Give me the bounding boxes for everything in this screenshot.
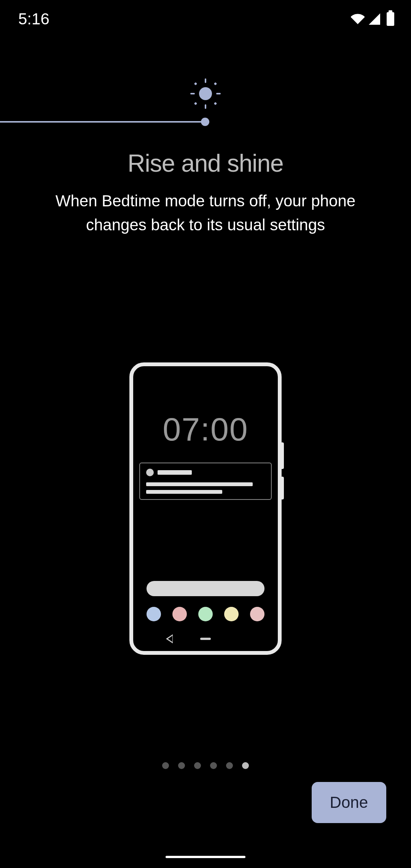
phone-illustration-container: 07:00 xyxy=(0,362,411,655)
illustration-notification xyxy=(139,463,272,500)
page-title: Rise and shine xyxy=(0,149,411,177)
wifi-icon xyxy=(351,12,365,26)
page-dot[interactable] xyxy=(178,762,185,769)
illustration-app-row xyxy=(138,607,273,621)
illustration-back-icon xyxy=(166,634,173,643)
page-dot-active[interactable] xyxy=(242,762,249,769)
illustration-app xyxy=(250,607,264,621)
page-dot[interactable] xyxy=(162,762,169,769)
illustration-home-icon xyxy=(200,638,211,640)
status-time: 5:16 xyxy=(18,10,49,28)
sun-icon-container xyxy=(0,78,411,109)
illustration-app xyxy=(147,607,161,621)
status-bar: 5:16 xyxy=(0,0,411,29)
page-description: When Bedtime mode turns off, your phone … xyxy=(0,189,411,237)
illustration-app xyxy=(198,607,213,621)
phone-illustration: 07:00 xyxy=(129,362,282,655)
horizon-progress xyxy=(0,121,206,123)
page-dot[interactable] xyxy=(210,762,217,769)
page-dot[interactable] xyxy=(194,762,201,769)
illustration-search-bar xyxy=(147,581,264,596)
status-icons xyxy=(351,12,394,26)
illustration-app xyxy=(224,607,239,621)
page-dot[interactable] xyxy=(226,762,233,769)
horizon-thumb xyxy=(201,118,209,126)
battery-icon xyxy=(387,12,394,26)
sun-icon xyxy=(190,78,221,109)
signal-icon xyxy=(368,12,381,26)
illustration-app xyxy=(172,607,187,621)
page-indicators xyxy=(162,762,249,769)
done-button[interactable]: Done xyxy=(312,782,386,823)
gesture-bar[interactable] xyxy=(166,856,245,858)
illustration-time: 07:00 xyxy=(138,410,273,448)
